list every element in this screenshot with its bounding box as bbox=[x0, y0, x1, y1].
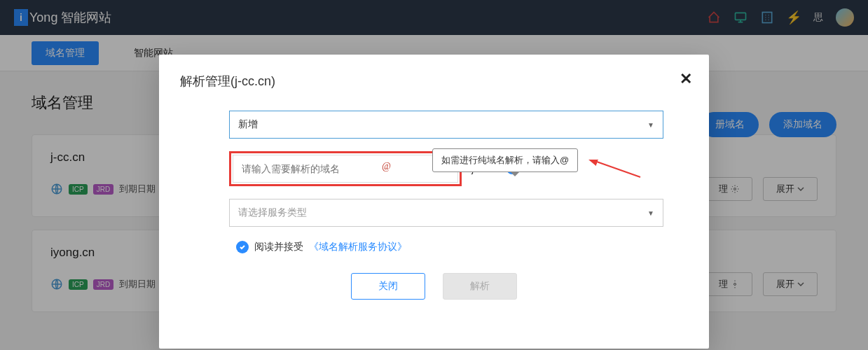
caret-down-icon: ▼ bbox=[647, 121, 654, 129]
modal-close-button[interactable]: 关闭 bbox=[351, 273, 425, 300]
select-value: 新增 bbox=[238, 118, 258, 131]
modal-parse-button[interactable]: 解析 bbox=[443, 273, 517, 300]
agreement-row: 阅读并接受 《域名解析服务协议》 bbox=[236, 241, 639, 253]
agreement-link[interactable]: 《域名解析服务协议》 bbox=[309, 241, 407, 253]
service-type-select[interactable]: 请选择服务类型 ▼ bbox=[229, 199, 663, 227]
tooltip: 如需进行纯域名解析，请输入@ bbox=[432, 148, 578, 172]
input-highlight bbox=[229, 151, 462, 186]
caret-down-icon: ▼ bbox=[647, 209, 654, 217]
at-annotation: @ bbox=[382, 161, 391, 172]
parse-modal: 解析管理(j-cc.cn) ✕ 新增 ▼ .j-cc.cn ? @ 如需进行纯域… bbox=[159, 55, 709, 349]
agree-text: 阅读并接受 bbox=[254, 241, 303, 253]
close-icon[interactable]: ✕ bbox=[680, 70, 692, 88]
add-type-select[interactable]: 新增 ▼ bbox=[229, 111, 663, 139]
modal-title: 解析管理(j-cc.cn) bbox=[180, 73, 688, 90]
check-icon[interactable] bbox=[236, 241, 249, 253]
modal-overlay: 解析管理(j-cc.cn) ✕ 新增 ▼ .j-cc.cn ? @ 如需进行纯域… bbox=[0, 0, 868, 350]
domain-input[interactable] bbox=[233, 155, 458, 183]
select-placeholder: 请选择服务类型 bbox=[238, 206, 307, 219]
